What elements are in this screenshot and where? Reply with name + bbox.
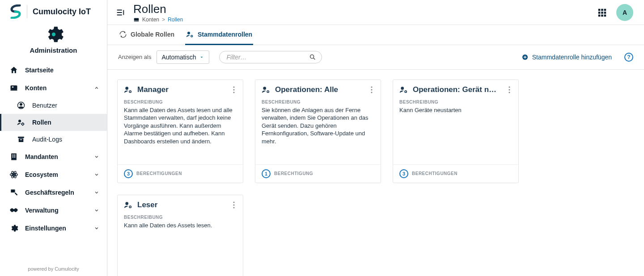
- search-icon[interactable]: [309, 54, 316, 61]
- svg-point-5: [20, 104, 22, 106]
- sidebar-subitem-benutzer[interactable]: Benutzer: [0, 97, 107, 114]
- svg-point-40: [263, 87, 266, 90]
- svg-point-32: [191, 35, 193, 37]
- role-icon: [124, 201, 133, 209]
- tab-label: Stammdatenrollen: [198, 31, 252, 38]
- tab-global-roles[interactable]: Globale Rollen: [118, 25, 175, 45]
- sidebar-item-konten[interactable]: Konten: [0, 79, 107, 97]
- users-cog-icon: [16, 118, 26, 126]
- card-header: Operationen: Alle: [255, 80, 381, 99]
- home-icon: [9, 66, 19, 75]
- svg-rect-8: [18, 137, 24, 138]
- role-card[interactable]: Leser BESCHREIBUNG Kann alle Daten des A…: [117, 195, 243, 276]
- filter-search[interactable]: [219, 51, 322, 63]
- svg-rect-27: [604, 12, 606, 14]
- sidebar-collapse-button[interactable]: [114, 6, 127, 19]
- svg-point-36: [129, 91, 131, 92]
- filter-input[interactable]: [227, 54, 309, 61]
- svg-rect-14: [13, 156, 14, 158]
- svg-point-35: [125, 87, 128, 90]
- brand-divider: [27, 5, 27, 18]
- svg-point-53: [233, 204, 234, 205]
- nav-label: Rollen: [32, 119, 51, 126]
- role-card[interactable]: Operationen: Alle BESCHREIBUNG Sie könne…: [255, 79, 381, 183]
- breadcrumb: Konten > Rollen: [133, 17, 589, 23]
- chevron-down-icon: [93, 208, 100, 213]
- card-menu-button[interactable]: [369, 85, 374, 94]
- nav-label: Verwaltung: [25, 207, 87, 214]
- svg-point-46: [405, 91, 407, 92]
- card-body: BESCHREIBUNG Kann alle Daten des Assets …: [118, 214, 243, 276]
- sidebar-item-startseite[interactable]: Startseite: [0, 61, 107, 79]
- svg-point-50: [125, 202, 128, 205]
- display-as-select[interactable]: Automatisch: [157, 50, 209, 64]
- svg-rect-26: [601, 12, 603, 14]
- atom-icon: [9, 170, 19, 179]
- svg-point-51: [129, 206, 131, 208]
- svg-point-44: [371, 92, 372, 93]
- nav-label: Konten: [25, 84, 87, 92]
- page-title-block: Rollen Konten > Rollen: [133, 3, 589, 23]
- caret-down-icon: [199, 54, 204, 60]
- sidebar-item-verwaltung[interactable]: Verwaltung: [0, 201, 107, 219]
- svg-point-47: [508, 86, 510, 88]
- users-cog-icon: [186, 30, 194, 38]
- card-body: BESCHREIBUNG Kann Geräte neustarten: [393, 99, 518, 164]
- brand-logo-icon: [10, 4, 21, 19]
- svg-point-41: [267, 91, 269, 92]
- card-permissions[interactable]: 1 BERECHTIGUNG: [255, 164, 381, 183]
- card-menu-button[interactable]: [231, 85, 237, 94]
- svg-point-49: [508, 92, 510, 93]
- gear-large-icon: [43, 24, 64, 45]
- svg-rect-2: [12, 87, 13, 88]
- card-body: BESCHREIBUNG Kann alle Daten des Assets …: [118, 99, 243, 164]
- breadcrumb-current[interactable]: Rollen: [168, 17, 183, 23]
- breadcrumb-root[interactable]: Konten: [142, 17, 159, 23]
- card-title: Operationen: Alle: [275, 85, 364, 94]
- select-value: Automatisch: [161, 54, 196, 61]
- tab-inventory-roles[interactable]: Stammdatenrollen: [185, 25, 253, 45]
- svg-point-48: [508, 89, 510, 90]
- svg-point-7: [22, 123, 24, 125]
- svg-rect-1: [11, 85, 17, 90]
- card-menu-button[interactable]: [507, 85, 512, 94]
- topbar: Rollen Konten > Rollen: [107, 0, 644, 25]
- rules-icon: [9, 188, 19, 197]
- add-inventory-role-button[interactable]: Stammdatenrolle hinzufügen: [521, 54, 612, 61]
- card-menu-button[interactable]: [231, 201, 237, 209]
- help-icon[interactable]: ?: [624, 53, 633, 62]
- sidebar-item-geschaeftsregeln[interactable]: Geschäftsregeln: [0, 184, 107, 201]
- role-card[interactable]: Operationen: Gerät n… BESCHREIBUNG Kann …: [393, 79, 519, 183]
- sidebar-subitem-audit-logs[interactable]: Audit-Logs: [0, 131, 107, 148]
- svg-point-39: [233, 92, 234, 93]
- sidebar-item-einstellungen[interactable]: Einstellungen: [0, 219, 107, 237]
- permissions-count-badge: 3: [399, 169, 408, 178]
- card-permissions[interactable]: 3 BERECHTIGUNGEN: [118, 164, 243, 183]
- building-icon: [9, 152, 19, 161]
- main: Rollen Konten > Rollen: [107, 0, 644, 276]
- card-title: Operationen: Gerät n…: [413, 85, 502, 94]
- module-label: Administration: [30, 46, 77, 54]
- user-avatar[interactable]: A: [616, 4, 633, 21]
- accounts-icon: [9, 84, 19, 92]
- chevron-up-icon: [93, 85, 100, 91]
- card-header: Manager: [118, 80, 243, 99]
- permissions-label: BERECHTIGUNG: [274, 171, 313, 176]
- card-body: BESCHREIBUNG Sie können die Anlagen aus …: [255, 99, 381, 164]
- card-permissions[interactable]: 3 BERECHTIGUNGEN: [393, 164, 518, 183]
- svg-rect-29: [601, 15, 603, 17]
- sidebar-item-mandanten[interactable]: Mandanten: [0, 148, 107, 166]
- sidebar-footer: powered by Cumulocity: [0, 263, 107, 276]
- role-card[interactable]: Manager BESCHREIBUNG Kann alle Daten des…: [117, 79, 243, 183]
- plus-circle-icon: [521, 54, 529, 61]
- sidebar-subitem-rollen[interactable]: Rollen: [0, 114, 107, 131]
- chevron-down-icon: [93, 172, 100, 177]
- svg-point-31: [187, 32, 190, 34]
- permissions-label: BERECHTIGUNGEN: [136, 171, 182, 176]
- sidebar-item-ecosystem[interactable]: Ecosystem: [0, 166, 107, 184]
- svg-rect-11: [11, 154, 17, 160]
- description-label: BESCHREIBUNG: [124, 100, 237, 105]
- breadcrumb-separator: >: [162, 17, 165, 23]
- app-switcher-button[interactable]: [596, 6, 608, 19]
- permissions-label: BERECHTIGUNGEN: [412, 171, 458, 176]
